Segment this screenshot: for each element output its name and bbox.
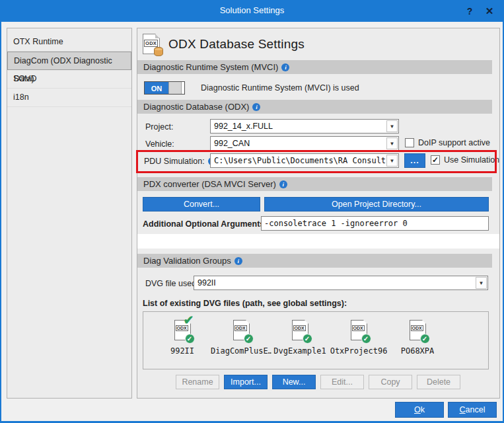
dvg-file-item[interactable]: ODX ✓ OtxProject96 — [330, 320, 387, 356]
edit-button[interactable]: Edit... — [320, 375, 364, 389]
arguments-input[interactable] — [261, 216, 489, 231]
ok-button[interactable]: Ok — [395, 402, 444, 418]
dvg-button-row: Rename Import... New... Edit... Copy Del… — [176, 375, 460, 389]
odx-file-icon: ODX ✓ — [351, 320, 367, 340]
dvg-files-list: ODX ✓ ✔ 992II ODX ✓ DiagComPlusE… ODX — [143, 311, 489, 369]
dvg-file-value: 992II — [194, 278, 475, 288]
titlebar: Solution Settings ? ✕ — [0, 0, 504, 22]
window-title: Solution Settings — [0, 5, 504, 15]
pdu-simulation-label: PDU Simulation:i — [144, 157, 216, 166]
sidebar-item-diagcom[interactable]: DiagCom (ODX Diagnostic Data) — [7, 52, 131, 70]
dvg-file-item[interactable]: ODX ✓ ✔ 992II — [154, 320, 211, 356]
sidebar-item-otx-runtime[interactable]: OTX Runtime — [7, 33, 131, 52]
dvg-file-name: DvgExample1 — [273, 346, 326, 356]
toggle-on-label: ON — [145, 82, 168, 94]
dvg-list-label: List of existing DVG files (path, see gl… — [143, 299, 347, 308]
dvg-file-name: 992II — [170, 346, 194, 356]
odx-file-icon: ODX ✓ — [410, 320, 426, 340]
section-converter-header: PDX converter (DSA MVCI Server)i — [137, 177, 492, 191]
check-badge-icon: ✓ — [185, 334, 195, 344]
dvg-file-item[interactable]: ODX ✓ DvgExample1 — [271, 320, 328, 356]
section-database-title: Diagnostic Database (ODX) — [143, 102, 249, 112]
chevron-down-icon[interactable]: ▼ — [476, 277, 487, 289]
odx-database-icon: ODX — [143, 34, 160, 54]
pdu-simulation-combobox[interactable]: C:\Users\Public\Documents\RA Consulti ▼ — [210, 153, 399, 168]
open-project-directory-button[interactable]: Open Project Directory... — [264, 197, 489, 212]
cancel-button[interactable]: Cancel — [448, 402, 497, 418]
pdu-simulation-value: C:\Users\Public\Documents\RA Consulti — [211, 156, 386, 165]
check-badge-icon: ✓ — [244, 334, 254, 344]
section-dvg-header: Diag Validation Groupsi — [137, 254, 492, 268]
sidebar-item-sovd[interactable]: SOVD — [7, 70, 131, 89]
output-strip — [137, 234, 499, 249]
check-badge-icon: ✓ — [361, 334, 371, 344]
section-runtime-title: Diagnostic Runtime System (MVCI) — [143, 62, 278, 72]
dvg-file-name: DiagComPlusE… — [211, 346, 271, 356]
dvg-file-item[interactable]: ODX ✓ DiagComPlusE… — [213, 320, 270, 356]
check-badge-icon: ✓ — [303, 334, 312, 344]
info-icon[interactable]: i — [279, 180, 287, 188]
odx-file-icon: ODX ✓ ✔ — [174, 320, 191, 340]
dvg-file-combobox[interactable]: 992II ▼ — [194, 276, 488, 290]
sidebar-item-i18n[interactable]: i18n — [7, 89, 131, 107]
selected-check-icon: ✔ — [184, 313, 194, 328]
runtime-toggle-label: Diagnostic Runtime System (MVCI) is used — [201, 83, 359, 93]
doip-checkbox-row[interactable]: DoIP support active — [405, 138, 490, 147]
close-icon[interactable]: ✕ — [483, 5, 496, 18]
dvg-file-name: OtxProject96 — [330, 346, 388, 356]
use-simulation-label: Use Simulation — [444, 155, 499, 165]
use-simulation-checkbox-row[interactable]: ✓ Use Simulation — [431, 155, 499, 165]
odx-file-icon: ODX ✓ — [292, 320, 308, 340]
info-icon[interactable]: i — [252, 103, 260, 111]
section-runtime-header: Diagnostic Runtime System (MVCI)i — [137, 60, 492, 74]
chevron-down-icon[interactable]: ▼ — [386, 137, 398, 149]
doip-label: DoIP support active — [418, 138, 490, 147]
check-badge-icon: ✓ — [420, 334, 430, 344]
vehicle-label: Vehicle: — [145, 139, 174, 149]
use-simulation-checkbox[interactable]: ✓ — [431, 155, 440, 165]
arguments-label: Additional Optional Arguments: — [143, 219, 267, 229]
runtime-toggle-row: ON Diagnostic Runtime System (MVCI) is u… — [144, 81, 359, 95]
vehicle-combobox[interactable]: 992_CAN ▼ — [210, 136, 399, 151]
vehicle-value: 992_CAN — [211, 139, 386, 148]
section-converter-title: PDX converter (DSA MVCI Server) — [143, 179, 276, 189]
chevron-down-icon[interactable]: ▼ — [386, 155, 398, 167]
project-combobox[interactable]: 992_14_x.FULL ▼ — [210, 119, 399, 134]
solution-settings-dialog: Solution Settings ? ✕ OTX Runtime DiagCo… — [0, 0, 504, 423]
dvg-file-used-label: DVG file used: — [145, 279, 199, 288]
page-header: ODX ODX Database Settings — [143, 34, 305, 54]
database-cylinder-icon — [154, 47, 163, 56]
info-icon[interactable]: i — [281, 63, 289, 71]
help-icon[interactable]: ? — [463, 5, 476, 18]
dvg-file-name: PO68XPA — [401, 346, 435, 356]
section-database-header: Diagnostic Database (ODX)i — [137, 100, 492, 114]
project-value: 992_14_x.FULL — [211, 122, 386, 131]
page-title: ODX Database Settings — [168, 37, 305, 52]
doip-checkbox[interactable] — [405, 138, 414, 147]
project-label: Project: — [145, 122, 173, 132]
info-icon[interactable]: i — [234, 257, 242, 265]
import-button[interactable]: Import... — [224, 375, 268, 389]
dvg-file-item[interactable]: ODX ✓ PO68XPA — [389, 320, 446, 356]
browse-button[interactable]: ... — [404, 153, 425, 168]
toggle-knob — [168, 82, 182, 94]
delete-button[interactable]: Delete — [417, 375, 460, 389]
odx-settings-panel: ODX ODX Database Settings Diagnostic Run… — [137, 28, 500, 399]
odx-file-icon: ODX ✓ — [233, 320, 250, 340]
section-dvg-title: Diag Validation Groups — [143, 256, 231, 266]
runtime-toggle[interactable]: ON — [144, 81, 185, 95]
new-button[interactable]: New... — [272, 375, 316, 389]
settings-sidebar: OTX Runtime DiagCom (ODX Diagnostic Data… — [7, 28, 132, 399]
chevron-down-icon[interactable]: ▼ — [386, 120, 398, 132]
convert-button[interactable]: Convert... — [143, 197, 260, 212]
copy-button[interactable]: Copy — [369, 375, 412, 389]
rename-button[interactable]: Rename — [176, 375, 219, 389]
